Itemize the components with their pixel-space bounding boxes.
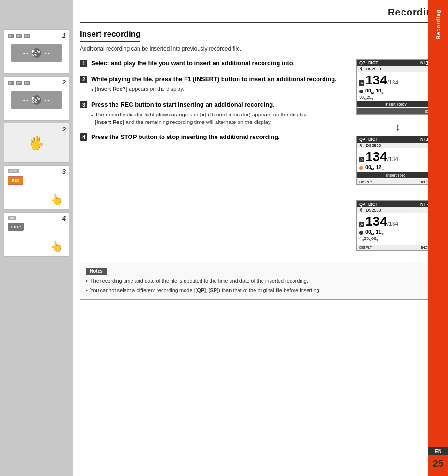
hand-icon-3: 👆 — [50, 193, 63, 206]
step-number-2: 2 — [80, 76, 87, 83]
step-body-3: • The record indicator light glows orang… — [91, 111, 349, 126]
f-buttons-2: F1 F2 F3 — [8, 81, 30, 85]
illus-num-2a: 2 — [62, 79, 66, 86]
ds-number-row-1: A 134 /134 — [357, 72, 435, 88]
device-illus-2b: 2 🖐 — [4, 123, 69, 163]
note-text-1: The recording time and date of the file … — [90, 277, 308, 284]
rec-button[interactable]: REC — [8, 176, 23, 185]
step-3: 3 Press the REC button to start insertin… — [80, 100, 349, 127]
page-container: 1 F1 F2 F3 ◄◄ PLAYOK ►► 2 F1 F2 F3 — [0, 0, 448, 476]
step-body-2: • [Insert Rec?] appears on the display. — [91, 85, 349, 93]
slash-num-2: /134 — [387, 156, 398, 162]
ds-row-3a: 00M 11s — [357, 229, 435, 236]
steps-area: 1 Select and play the file you want to i… — [80, 59, 439, 254]
section-title: Insert recording — [80, 30, 140, 42]
ni-label-2: NI — [420, 137, 425, 142]
ds-header-left-3: QP DICT — [359, 202, 378, 207]
illus-num-3: 3 — [62, 168, 66, 175]
ds-bottom-bar-2: DISPLY INDEX — [357, 179, 435, 184]
step-2-bullet-1: • [Insert Rec?] appears on the display. — [91, 85, 349, 93]
step-content-2: While playing the file, press the F1 (IN… — [91, 75, 349, 95]
time-3a: 00M 11s — [365, 229, 384, 236]
step-3-bullet-1: • The record indicator light glows orang… — [91, 111, 349, 126]
step-heading-2: While playing the file, press the F1 (IN… — [91, 75, 349, 84]
note-bullet-2: • — [86, 287, 88, 294]
stop-button[interactable]: STOP — [8, 223, 24, 231]
step-2-bullet-text: [Insert Rec?] appears on the display. — [95, 85, 184, 92]
device-illus-3: 3 NEW REC 👆 — [4, 165, 69, 210]
ni-label: NI — [420, 61, 425, 65]
device-screen-3: QP DICT NI 🎙 — [356, 200, 435, 251]
time-3b: 4H33M06s — [359, 236, 378, 242]
device-screen-1: QP DICT NI 🎙 — [356, 59, 435, 115]
mic-icon-3: 🎙 — [359, 208, 363, 213]
step-content-4: Press the STOP button to stop inserting … — [91, 133, 349, 143]
left-sidebar: 1 F1 F2 F3 ◄◄ PLAYOK ►► 2 F1 F2 F3 — [0, 0, 73, 476]
note-bullet-1: • — [86, 277, 88, 284]
big-num-1: 134 — [365, 73, 387, 88]
ff-label: FF — [8, 216, 16, 220]
disply-label-2: DISPLY — [359, 180, 372, 184]
device-screen-2: QP DICT NI 🎙 — [356, 136, 435, 185]
step-number-4: 4 — [80, 133, 87, 141]
ds-subheader-3: 🎙 DS2500 — [357, 207, 435, 213]
qp-label: QP — [359, 61, 365, 65]
insert-rec-bar: Insert Rec — [357, 172, 435, 178]
slash-num-3: /134 — [387, 221, 398, 227]
note-text-2: You cannot select a different recording … — [90, 287, 321, 294]
f2-btn-2: F2 — [16, 81, 22, 85]
device-illus-1: 1 F1 F2 F3 ◄◄ PLAYOK ►► — [4, 29, 69, 74]
notes-title: Notes — [86, 268, 107, 275]
hand-icon-4: 👆 — [50, 240, 63, 253]
bullet-dot: • — [91, 86, 93, 93]
notes-section: Notes • The recording time and date of t… — [80, 263, 439, 300]
step-content-3: Press the REC button to start inserting … — [91, 100, 349, 127]
ds-number-row-2: A 134 /134 — [357, 148, 435, 164]
right-sidebar: Recording EN 25 — [428, 0, 448, 476]
big-num-3: 134 — [365, 214, 387, 229]
time-1a: 00M 10s — [365, 88, 384, 95]
en-badge: EN — [428, 447, 448, 455]
screen-arrow: ↕ — [356, 122, 439, 132]
playok-bar-2: ◄◄ PLAYOK ►► — [11, 91, 62, 109]
steps-right: QP DICT NI 🎙 — [356, 59, 439, 254]
ds-row-1a: 00M 10s — [357, 88, 435, 95]
row-letter-2: A — [359, 157, 364, 162]
record-dot-3 — [359, 231, 363, 235]
mic-icon: 🎙 — [359, 67, 363, 71]
ds-subheader-2: 🎙 DS2500 — [357, 143, 435, 148]
step-number-3: 3 — [80, 101, 87, 108]
step-content-1: Select and play the file you want to ins… — [91, 59, 349, 69]
ds-row-2a: 00M 12s — [357, 164, 435, 171]
ds2500-label-1: DS2500 — [366, 67, 381, 71]
f-buttons-1: F1 F2 F3 — [8, 34, 30, 38]
ds-bottom-bar-3: DISPLY INDEX — [357, 245, 435, 250]
f3-btn-2: F3 — [24, 81, 30, 85]
ni-label-3: NI — [420, 202, 425, 207]
step-heading-4: Press the STOP button to stop inserting … — [91, 133, 349, 141]
ds-row-3b: 4H33M06s — [357, 236, 435, 242]
dict-label: DICT — [368, 61, 378, 65]
ds-header-left-1: QP DICT — [359, 61, 378, 65]
record-dot-1 — [359, 90, 363, 93]
ds-header-left-2: QP DICT — [359, 137, 378, 142]
step-2: 2 While playing the file, press the F1 (… — [80, 75, 349, 95]
row-letter-3: A — [359, 222, 364, 227]
step-4: 4 Press the STOP button to stop insertin… — [80, 133, 349, 143]
subtitle: Additional recording can be inserted int… — [80, 46, 439, 52]
page-header: Recording — [80, 7, 439, 23]
notes-item-1: • The recording time and date of the fil… — [86, 277, 433, 284]
step-3-bullet-text-1: The record indicator light glows orange … — [95, 111, 308, 126]
disply-label-3: DISPLY — [359, 246, 372, 250]
notes-item-2: • You cannot select a different recordin… — [86, 287, 433, 294]
bullet-dot-3a: • — [91, 112, 93, 119]
ds-header-3: QP DICT NI — [357, 201, 435, 207]
illus-num-1: 1 — [62, 32, 66, 39]
ds-number-row-3: A 134 /134 — [357, 213, 435, 229]
step-1: 1 Select and play the file you want to i… — [80, 59, 349, 69]
f3-btn: F3 — [24, 34, 30, 38]
row-letter-1: A — [359, 80, 364, 86]
dict-label-3: DICT — [368, 202, 378, 207]
illus-num-4: 4 — [62, 215, 66, 222]
ds-row-1b: 33M25s — [357, 95, 435, 100]
